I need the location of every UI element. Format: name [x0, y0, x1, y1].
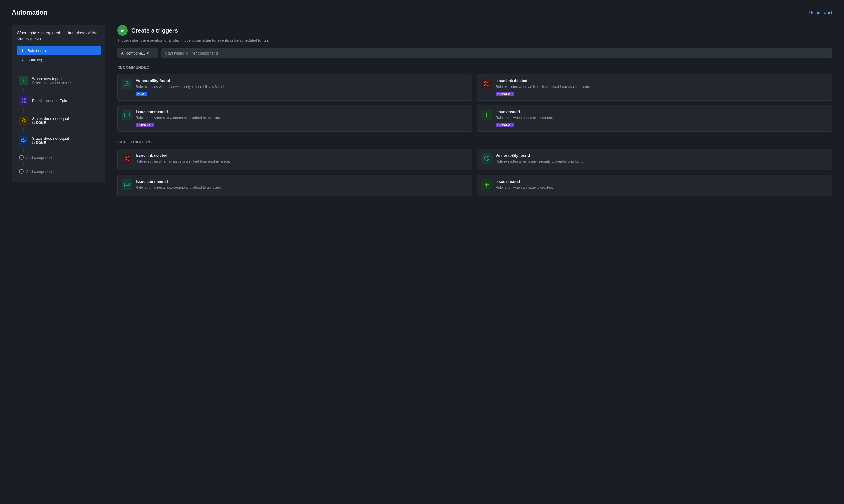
- card-body-issue-created-rec: Issue created Rule is run when an issue …: [496, 110, 828, 127]
- card-desc-vuln-found: Rule executes when a new security vulner…: [496, 159, 828, 164]
- flow-connector-1: [23, 88, 24, 93]
- card-icon-issue-link-deleted: [122, 153, 132, 164]
- badge-vuln-found-rec: NEW: [136, 92, 146, 96]
- badge-issue-link-deleted-rec: POPULAR: [496, 92, 514, 96]
- nav-audit-log[interactable]: ≡ Audit log: [17, 55, 101, 65]
- card-icon-vuln-found: [482, 153, 492, 164]
- flow-container: ＋ When: new trigger Select an event or s…: [17, 72, 101, 177]
- svg-line-15: [126, 159, 129, 161]
- card-title-issue-link-deleted-rec: Issue link deleted: [496, 78, 828, 83]
- card-icon-issue-created-rec: [482, 110, 492, 120]
- svg-point-7: [485, 85, 486, 86]
- card-desc-issue-link-deleted: Rule executes when an issue is unlinked …: [136, 159, 468, 164]
- card-desc-vuln-found-rec: Rule executes when a new security vulner…: [136, 84, 468, 89]
- trigger-card-vuln-found[interactable]: Vulnerability found Rule executes when a…: [477, 149, 832, 170]
- flow-sub-trigger: Select an event or schedule: [32, 81, 98, 85]
- rule-title: When epic is completed → then close all …: [17, 30, 101, 42]
- trigger-card-issue-link-deleted[interactable]: Issue link deleted Rule executes when an…: [117, 149, 472, 170]
- trigger-card-issue-commented-rec[interactable]: Issue commented Rule is run when a new c…: [117, 105, 472, 131]
- svg-line-9: [486, 85, 489, 86]
- trigger-card-issue-link-deleted-rec[interactable]: Issue link deleted Rule executes when an…: [477, 74, 832, 101]
- trigger-header: ▶ Create a triggers: [117, 25, 832, 36]
- card-icon-issue-link-deleted-rec: [482, 78, 492, 89]
- chevron-down-icon: ▾: [147, 51, 149, 55]
- add-component-inner[interactable]: ○ Add component: [17, 153, 101, 162]
- flow-connector-5: [23, 162, 24, 167]
- nav-rule-details[interactable]: ℹ Rule details: [17, 46, 101, 55]
- card-body-issue-commented-rec: Issue commented Rule is run when a new c…: [136, 110, 468, 127]
- card-desc-issue-link-deleted-rec: Rule executes when an issue is unlinked …: [496, 84, 828, 89]
- svg-rect-2: [22, 101, 23, 103]
- flow-label-status1: Status does not equal: [32, 116, 98, 121]
- flow-item-status2[interactable]: Status does not equal to DONE: [17, 133, 101, 148]
- flow-label-epic: For all issues in Epic: [32, 98, 98, 103]
- card-icon-issue-commented: [122, 179, 132, 190]
- trigger-card-issue-created-rec[interactable]: Issue created Rule is run when an issue …: [477, 105, 832, 131]
- recommended-cards-grid: Vulnerability found Rule executes when a…: [117, 74, 832, 131]
- recommended-section-title: Recommended: [117, 65, 832, 69]
- issue-triggers-section-title: Issue triggers: [117, 140, 832, 144]
- card-body-vuln-found: Vulnerability found Rule executes when a…: [496, 153, 828, 166]
- add-component-outer[interactable]: ○ Add component: [17, 167, 101, 176]
- flow-connector-2: [23, 108, 24, 113]
- add-component-outer-icon: ○: [19, 169, 24, 174]
- trigger-card-issue-created[interactable]: Issue created Rule is run when an issue …: [477, 175, 832, 196]
- flow-sub-status1: to DONE: [32, 121, 98, 125]
- play-icon: ▶: [117, 25, 128, 36]
- svg-line-14: [126, 157, 129, 158]
- card-desc-issue-created: Rule is run when an issue is created.: [496, 185, 828, 190]
- card-icon-vuln-found-rec: [122, 78, 132, 89]
- svg-point-12: [125, 157, 126, 158]
- trigger-title: Create a triggers: [131, 27, 178, 34]
- trigger-card-vuln-found-rec[interactable]: Vulnerability found Rule executes when a…: [117, 74, 472, 101]
- card-body-issue-created: Issue created Rule is run when an issue …: [496, 179, 828, 192]
- card-body-issue-link-deleted-rec: Issue link deleted Rule executes when an…: [496, 78, 828, 96]
- audit-icon: ≡: [20, 57, 25, 62]
- card-title-issue-created: Issue created: [496, 179, 828, 184]
- badge-issue-commented-rec: POPULAR: [136, 123, 155, 127]
- svg-rect-0: [22, 98, 23, 100]
- flow-item-epic[interactable]: For all issues in Epic: [17, 93, 101, 108]
- card-title-vuln-found-rec: Vulnerability found: [136, 78, 468, 83]
- trigger-icon: ＋: [19, 76, 29, 85]
- card-title-issue-commented-rec: Issue commented: [136, 110, 468, 114]
- status1-icon: [19, 116, 29, 125]
- svg-point-6: [485, 82, 486, 83]
- flow-label-trigger: When: new trigger: [32, 76, 98, 81]
- flow-connector-4: [23, 148, 24, 153]
- svg-rect-3: [24, 101, 26, 103]
- svg-line-5: [127, 83, 128, 84]
- card-title-vuln-found: Vulnerability found: [496, 153, 828, 158]
- return-to-list-link[interactable]: Return to list: [809, 10, 832, 15]
- card-desc-issue-commented-rec: Rule is run when a new comment is added …: [136, 115, 468, 121]
- filter-select[interactable]: All compone... ▾: [117, 48, 158, 58]
- card-desc-issue-created-rec: Rule is run when an issue is created.: [496, 115, 828, 121]
- card-icon-issue-commented-rec: [122, 110, 132, 120]
- card-body-issue-commented: Issue commented Rule is run when a new c…: [136, 179, 468, 192]
- flow-label-status2: Status does not equal: [32, 136, 98, 141]
- flow-sub-status2: to DONE: [32, 141, 98, 145]
- status2-icon: [19, 136, 29, 145]
- card-title-issue-link-deleted: Issue link deleted: [136, 153, 468, 158]
- svg-line-8: [486, 82, 489, 83]
- card-desc-issue-commented: Rule is run when a new comment is added …: [136, 185, 468, 190]
- filter-select-label: All compone...: [121, 51, 145, 55]
- svg-point-13: [125, 159, 126, 161]
- flow-item-trigger[interactable]: ＋ When: new trigger Select an event or s…: [17, 73, 101, 88]
- flow-connector-3: [23, 128, 24, 133]
- card-title-issue-created-rec: Issue created: [496, 110, 828, 114]
- trigger-desc: Triggers start the execution of a rule. …: [117, 38, 832, 42]
- left-panel: When epic is completed → then close all …: [12, 25, 106, 182]
- filter-input[interactable]: [161, 48, 832, 58]
- svg-line-16: [486, 159, 486, 159]
- card-icon-issue-created: [482, 179, 492, 190]
- flow-item-status1[interactable]: Status does not equal to DONE: [17, 113, 101, 128]
- filter-row: All compone... ▾: [117, 48, 832, 58]
- page-title: Automation: [12, 9, 48, 16]
- svg-rect-1: [24, 98, 26, 100]
- card-body-issue-link-deleted: Issue link deleted Rule executes when an…: [136, 153, 468, 166]
- badge-issue-created-rec: POPULAR: [496, 123, 514, 127]
- card-title-issue-commented: Issue commented: [136, 179, 468, 184]
- trigger-card-issue-commented[interactable]: Issue commented Rule is run when a new c…: [117, 175, 472, 196]
- svg-line-17: [486, 158, 488, 159]
